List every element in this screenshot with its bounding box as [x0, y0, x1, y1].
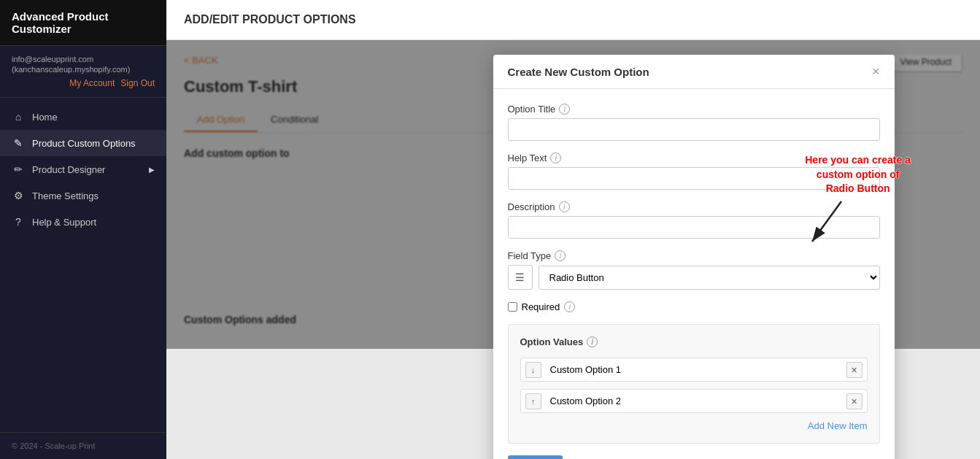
option-value-row: ↓ × — [520, 358, 868, 382]
field-type-select[interactable]: TextTextareaRadio ButtonCheckboxDropdown… — [539, 266, 880, 290]
field-type-group: Field Type i ☰ TextTextareaRadio ButtonC… — [508, 250, 880, 290]
option-title-group: Option Title i — [508, 104, 880, 141]
field-type-label: Field Type — [508, 250, 552, 261]
add-new-item-link[interactable]: Add New Item — [520, 420, 868, 431]
sidebar-user: info@scaleupprint.com (kanchanscaleup.my… — [0, 46, 166, 98]
sidebar-nav: ⌂ Home ✎ Product Custom Options ✏ Produc… — [0, 98, 166, 432]
user-shop: (kanchanscaleup.myshopify.com) — [12, 65, 155, 74]
option-value-input[interactable] — [546, 393, 842, 409]
sign-out-link[interactable]: Sign Out — [120, 78, 155, 88]
option-values-section: Option Values i ↓ × ↑ × Add New Item — [508, 324, 880, 444]
help-text-input[interactable] — [508, 167, 880, 190]
description-label: Description — [508, 201, 555, 212]
modal-dialog: Create New Custom Option × Option Title … — [493, 55, 895, 459]
user-email: info@scaleupprint.com — [12, 55, 155, 63]
remove-option-button[interactable]: × — [846, 362, 863, 378]
option-value-input[interactable] — [546, 361, 842, 378]
description-group: Description i — [508, 201, 880, 239]
help-text-info-icon: i — [550, 153, 561, 163]
save-button[interactable]: Save — [508, 455, 563, 459]
remove-option-button[interactable]: × — [846, 393, 863, 409]
app-title: Advanced Product Customizer — [0, 0, 166, 46]
sort-button[interactable]: ↑ — [525, 393, 541, 409]
main-area: ADD/EDIT PRODUCT OPTIONS View Product < … — [166, 0, 980, 459]
product-designer-icon: ✏ — [12, 163, 25, 175]
option-values-info-icon: i — [587, 336, 598, 347]
option-title-info-icon: i — [559, 104, 570, 115]
sidebar-item-label: Product Designer — [32, 164, 105, 175]
option-value-row: ↑ × — [520, 389, 868, 413]
required-row: Required i — [508, 301, 880, 312]
field-type-row: ☰ TextTextareaRadio ButtonCheckboxDropdo… — [508, 265, 880, 290]
sidebar-item-product-designer[interactable]: ✏ Product Designer ▶ — [0, 156, 166, 182]
option-values-header: Option Values i — [520, 336, 868, 347]
field-type-info-icon: i — [555, 250, 566, 261]
sidebar: Advanced Product Customizer info@scaleup… — [0, 0, 166, 459]
description-info-icon: i — [559, 201, 570, 212]
sidebar-item-label: Product Custom Options — [32, 138, 136, 149]
required-label: Required — [522, 301, 560, 312]
chevron-right-icon: ▶ — [149, 166, 155, 174]
product-custom-options-icon: ✎ — [12, 137, 25, 149]
my-account-link[interactable]: My Account — [69, 78, 115, 88]
help-support-icon: ? — [12, 216, 25, 228]
sidebar-item-product-custom-options[interactable]: ✎ Product Custom Options — [0, 130, 166, 156]
option-title-label: Option Title — [508, 104, 556, 115]
page-header: ADD/EDIT PRODUCT OPTIONS — [166, 0, 980, 40]
help-text-group: Help Text i — [508, 153, 880, 190]
modal-title: Create New Custom Option — [508, 66, 649, 78]
theme-settings-icon: ⚙ — [12, 190, 25, 201]
sidebar-item-home[interactable]: ⌂ Home — [0, 104, 166, 130]
home-icon: ⌂ — [12, 111, 25, 123]
modal-header: Create New Custom Option × — [493, 55, 895, 89]
help-text-label: Help Text — [508, 153, 547, 163]
sidebar-item-help-support[interactable]: ? Help & Support — [0, 209, 166, 235]
sidebar-item-label: Home — [32, 112, 58, 123]
required-checkbox[interactable] — [508, 302, 517, 312]
sidebar-footer: © 2024 - Scale-up Print — [0, 432, 166, 459]
option-title-input[interactable] — [508, 118, 880, 141]
field-type-icon-button[interactable]: ☰ — [508, 265, 533, 290]
option-values-label: Option Values — [520, 336, 584, 347]
sidebar-item-label: Help & Support — [32, 217, 96, 228]
modal-close-button[interactable]: × — [872, 65, 880, 78]
sidebar-item-theme-settings[interactable]: ⚙ Theme Settings — [0, 182, 166, 209]
sort-button[interactable]: ↓ — [525, 362, 541, 378]
option-values-list: ↓ × ↑ × — [520, 358, 868, 413]
modal-body: Option Title i Help Text i Des — [493, 89, 895, 459]
required-info-icon: i — [564, 301, 575, 312]
sidebar-item-label: Theme Settings — [32, 190, 99, 201]
description-input[interactable] — [508, 216, 880, 239]
